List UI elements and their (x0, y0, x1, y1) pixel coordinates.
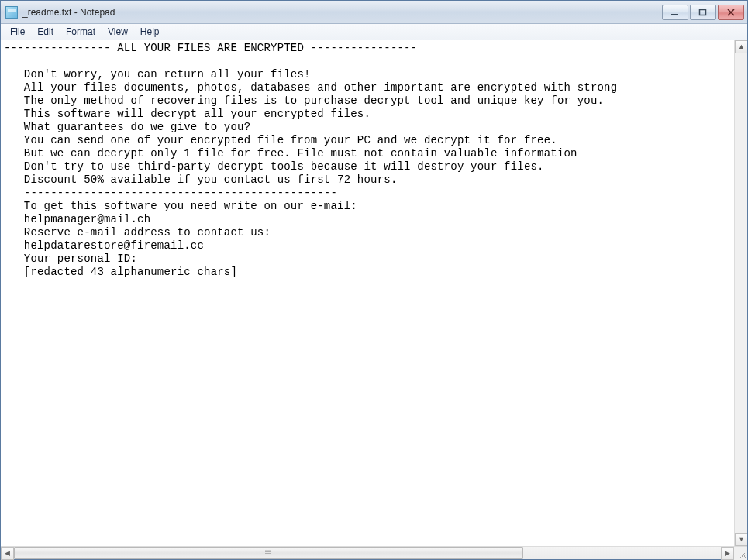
maximize-icon (698, 9, 708, 16)
text-content[interactable]: ---------------- ALL YOUR FILES ARE ENCR… (1, 40, 734, 546)
chevron-right-icon: ▶ (725, 550, 730, 557)
close-icon (726, 9, 736, 16)
titlebar[interactable]: _readme.txt - Notepad (1, 1, 747, 24)
notepad-window: _readme.txt - Notepad File Edit Format (0, 0, 748, 560)
svg-rect-1 (700, 9, 706, 15)
maximize-button[interactable] (690, 5, 716, 20)
resize-grip[interactable] (734, 547, 747, 560)
close-button[interactable] (718, 5, 744, 20)
editor-area: ---------------- ALL YOUR FILES ARE ENCR… (1, 40, 747, 546)
menu-edit[interactable]: Edit (31, 25, 60, 39)
scroll-down-button[interactable]: ▼ (735, 533, 747, 546)
scroll-right-button[interactable]: ▶ (721, 547, 734, 560)
scroll-up-button[interactable]: ▲ (735, 40, 747, 53)
menu-format[interactable]: Format (60, 25, 102, 39)
menu-view[interactable]: View (102, 25, 134, 39)
vertical-scrollbar[interactable]: ▲ ▼ (734, 40, 747, 546)
minimize-button[interactable] (662, 5, 688, 20)
notepad-app-icon (5, 6, 18, 19)
chevron-up-icon: ▲ (738, 43, 745, 50)
window-controls (662, 5, 744, 20)
horizontal-scrollbar[interactable] (14, 547, 721, 559)
menubar: File Edit Format View Help (1, 24, 747, 40)
chevron-left-icon: ◀ (5, 550, 10, 557)
chevron-down-icon: ▼ (738, 536, 745, 543)
horizontal-scroll-thumb[interactable] (14, 547, 523, 559)
menu-file[interactable]: File (4, 25, 31, 39)
svg-rect-0 (671, 14, 678, 15)
menu-help[interactable]: Help (134, 25, 166, 39)
minimize-icon (670, 9, 680, 16)
scroll-left-button[interactable]: ◀ (1, 547, 14, 560)
window-title: _readme.txt - Notepad (22, 7, 662, 18)
horizontal-scrollbar-row: ◀ ▶ (1, 546, 747, 559)
